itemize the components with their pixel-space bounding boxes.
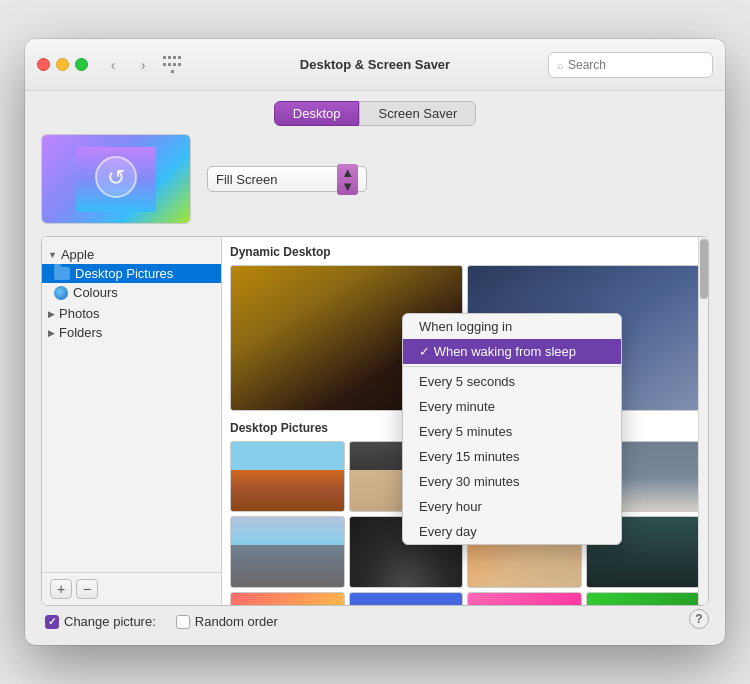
- grid-dot: [163, 63, 166, 66]
- globe-icon: [54, 286, 68, 300]
- sidebar-photos-header[interactable]: ▶ Photos: [42, 304, 221, 323]
- dropdown-item-5sec[interactable]: Every 5 seconds: [403, 369, 621, 394]
- grid-dot: [173, 56, 176, 59]
- titlebar: ‹ › Desktop & Screen Saver ⌕: [25, 39, 725, 91]
- scrollbar[interactable]: [698, 237, 708, 605]
- grid-dot: [178, 63, 181, 66]
- bottom-controls: Change picture: Random order ?: [41, 614, 709, 629]
- folder-icon: [54, 267, 70, 280]
- random-order-label: Random order: [195, 614, 278, 629]
- fill-screen-label: Fill Screen: [216, 172, 277, 187]
- traffic-lights: [37, 58, 88, 71]
- sidebar: ▼ Apple Desktop Pictures Colours ▶ Photo…: [42, 237, 222, 605]
- change-picture-checkbox[interactable]: [45, 615, 59, 629]
- grid-dot: [173, 63, 176, 66]
- main-area: ▼ Apple Desktop Pictures Colours ▶ Photo…: [41, 236, 709, 606]
- sidebar-desktop-pictures-label: Desktop Pictures: [75, 266, 173, 281]
- search-icon: ⌕: [557, 59, 564, 71]
- help-button[interactable]: ?: [689, 609, 709, 629]
- sidebar-folders-label: Folders: [59, 325, 102, 340]
- dropdown-item-waking[interactable]: When waking from sleep: [403, 339, 621, 364]
- dropdown-item-logging-in[interactable]: When logging in: [403, 314, 621, 339]
- triangle-right-icon: ▶: [48, 328, 55, 338]
- random-order-checkbox[interactable]: [176, 615, 190, 629]
- dropdown-item-1min[interactable]: Every minute: [403, 394, 621, 419]
- window-title: Desktop & Screen Saver: [300, 57, 450, 72]
- sidebar-folders-header[interactable]: ▶ Folders: [42, 323, 221, 342]
- grid-dot: [178, 56, 181, 59]
- grid-dot: [168, 63, 171, 66]
- dropdown-divider: [403, 366, 621, 367]
- tabs-row: Desktop Screen Saver: [41, 91, 709, 134]
- minimize-button[interactable]: [56, 58, 69, 71]
- scrollbar-thumb[interactable]: [700, 239, 708, 299]
- sidebar-apple-section: ▼ Apple Desktop Pictures Colours: [42, 243, 221, 304]
- dropdown-item-5min[interactable]: Every 5 minutes: [403, 419, 621, 444]
- content: Desktop Screen Saver: [25, 91, 725, 645]
- sidebar-photos-label: Photos: [59, 306, 99, 321]
- change-picture-label: Change picture:: [64, 614, 156, 629]
- random-order-row: Random order: [176, 614, 278, 629]
- remove-source-button[interactable]: −: [76, 579, 98, 599]
- sidebar-bottom: + −: [42, 572, 221, 605]
- window: ‹ › Desktop & Screen Saver ⌕ Desktop Scr…: [25, 39, 725, 645]
- sidebar-apple-label: Apple: [61, 247, 94, 262]
- maximize-button[interactable]: [75, 58, 88, 71]
- thumbnail-9[interactable]: [230, 592, 345, 605]
- grid-dot: [171, 70, 174, 73]
- grid-dot: [168, 56, 171, 59]
- dropdown-item-30min[interactable]: Every 30 minutes: [403, 469, 621, 494]
- tab-screen-saver[interactable]: Screen Saver: [359, 101, 476, 126]
- thumbnail-1[interactable]: [230, 441, 345, 513]
- desktop-preview: ↺: [41, 134, 191, 224]
- sidebar-item-colours[interactable]: Colours: [42, 283, 221, 302]
- search-input[interactable]: [568, 58, 704, 72]
- select-arrows-icon: ▲ ▼: [337, 164, 358, 195]
- thumbnail-12[interactable]: [586, 592, 701, 605]
- preview-image: ↺: [76, 147, 156, 212]
- thumbnail-5[interactable]: [230, 516, 345, 588]
- close-button[interactable]: [37, 58, 50, 71]
- svg-text:↺: ↺: [107, 165, 125, 190]
- forward-button[interactable]: ›: [130, 56, 156, 74]
- dropdown-item-1day[interactable]: Every day: [403, 519, 621, 544]
- nav-buttons: ‹ ›: [100, 56, 156, 74]
- sidebar-colours-label: Colours: [73, 285, 118, 300]
- tab-desktop[interactable]: Desktop: [274, 101, 360, 126]
- grid-view-button[interactable]: [162, 56, 182, 74]
- dropdown-item-1hr[interactable]: Every hour: [403, 494, 621, 519]
- search-bar[interactable]: ⌕: [548, 52, 713, 78]
- back-button[interactable]: ‹: [100, 56, 126, 74]
- fill-screen-select[interactable]: Fill Screen ▲ ▼: [207, 166, 367, 192]
- dynamic-desktop-title: Dynamic Desktop: [230, 245, 700, 259]
- sidebar-apple-header[interactable]: ▼ Apple: [42, 245, 221, 264]
- thumbnail-10[interactable]: [349, 592, 464, 605]
- add-source-button[interactable]: +: [50, 579, 72, 599]
- grid-dot: [163, 56, 166, 59]
- thumbnail-11[interactable]: [467, 592, 582, 605]
- dropdown-item-15min[interactable]: Every 15 minutes: [403, 444, 621, 469]
- dropdown-menu[interactable]: When logging in When waking from sleep E…: [402, 313, 622, 545]
- preview-row: ↺ Fill Screen ▲ ▼: [41, 134, 709, 224]
- change-picture-row: Change picture:: [45, 614, 156, 629]
- sidebar-item-desktop-pictures[interactable]: Desktop Pictures: [42, 264, 221, 283]
- triangle-right-icon: ▶: [48, 309, 55, 319]
- triangle-down-icon: ▼: [48, 250, 57, 260]
